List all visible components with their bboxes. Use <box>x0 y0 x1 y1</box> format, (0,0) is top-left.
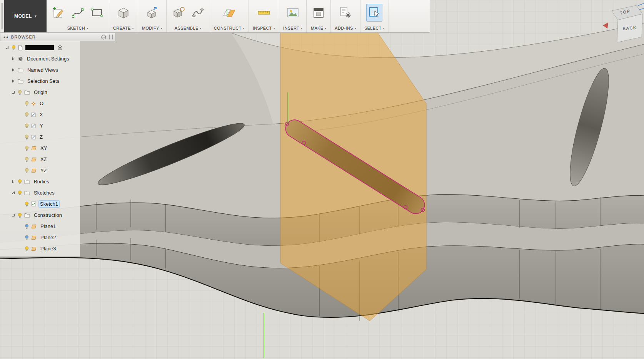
spline-icon <box>71 6 84 19</box>
modify-menu[interactable]: MODIFY▾ <box>142 24 162 32</box>
visibility-bulb-icon[interactable] <box>18 190 22 196</box>
inspect-menu[interactable]: INSPECT▾ <box>253 24 275 32</box>
expand-collapsed-icon[interactable] <box>12 79 15 83</box>
make-menu[interactable]: MAKE▾ <box>311 24 327 32</box>
chevron-down-icon: ▾ <box>161 27 162 30</box>
browser-item-label: Plane2 <box>39 234 57 241</box>
joint-button[interactable] <box>190 4 206 22</box>
browser-panel-header[interactable]: ◄◄ BROWSER <box>0 33 115 41</box>
expand-open-icon[interactable] <box>12 213 15 217</box>
plane-icon <box>31 157 37 162</box>
scripts-addins-icon <box>339 6 352 20</box>
visibility-bulb-icon[interactable] <box>25 224 29 229</box>
workspace-switcher[interactable]: MODEL ▾ <box>4 0 47 32</box>
toolbar-group-make: MAKE▾ <box>307 0 331 32</box>
browser-item-y-axis[interactable]: Y <box>0 120 80 131</box>
browser-item-plane1[interactable]: Plane1 <box>0 221 80 232</box>
scripts-addins-button[interactable] <box>337 4 354 22</box>
main-toolbar: MODEL ▾ SKETCH▾ CREATE▾ MODIFY▾ <box>0 0 430 33</box>
plane-icon <box>31 168 37 173</box>
addins-menu[interactable]: ADD-INS▾ <box>335 24 356 32</box>
visibility-bulb-icon[interactable] <box>25 134 29 140</box>
expand-open-icon[interactable] <box>12 91 15 94</box>
plane-icon <box>31 235 37 240</box>
browser-item-label: Named Views <box>26 67 59 73</box>
assemble-menu[interactable]: ASSEMBLE▾ <box>175 24 202 32</box>
browser-item-label: Plane1 <box>39 223 57 230</box>
toolbar-group-modify: MODIFY▾ <box>138 0 167 32</box>
visibility-bulb-icon[interactable] <box>25 101 29 106</box>
visibility-bulb-icon[interactable] <box>18 90 22 95</box>
new-component-button[interactable] <box>170 4 187 22</box>
sketch-menu[interactable]: SKETCH▾ <box>67 24 88 32</box>
visibility-bulb-icon[interactable] <box>25 123 29 129</box>
browser-item-selection-sets[interactable]: Selection Sets <box>0 75 80 87</box>
collapse-panel-icon[interactable]: ◄◄ <box>3 35 8 39</box>
create-sketch-icon <box>52 6 65 19</box>
visibility-bulb-icon[interactable] <box>25 201 29 207</box>
expand-open-icon[interactable] <box>12 191 15 195</box>
select-cursor-icon <box>368 6 381 19</box>
fusion360-window: TOP BACK MODEL ▾ SKETCH▾ CREATE▾ <box>0 0 644 359</box>
panel-grip[interactable] <box>109 35 113 39</box>
visibility-bulb-icon[interactable] <box>25 157 29 162</box>
spline-button[interactable] <box>70 4 86 22</box>
chevron-down-icon: ▾ <box>243 27 245 30</box>
visibility-bulb-icon[interactable] <box>25 168 29 173</box>
browser-item-z-axis[interactable]: Z <box>0 131 80 143</box>
construct-menu[interactable]: CONSTRUCT▾ <box>214 24 245 32</box>
visibility-bulb-icon[interactable] <box>25 112 29 117</box>
insert-image-button[interactable] <box>285 4 301 22</box>
3d-print-icon <box>312 6 325 20</box>
visibility-bulb-icon[interactable] <box>12 45 16 50</box>
insert-menu[interactable]: INSERT▾ <box>283 24 302 32</box>
browser-item-label: XY <box>39 145 48 151</box>
select-button[interactable] <box>366 4 382 22</box>
visibility-bulb-icon[interactable] <box>25 235 29 240</box>
browser-item-origin-point[interactable]: O <box>0 98 80 109</box>
toolbar-group-assemble: ASSEMBLE▾ <box>167 0 210 32</box>
browser-item-construction[interactable]: Construction <box>0 210 80 221</box>
browser-item-plane2[interactable]: Plane2 <box>0 232 80 243</box>
toolbar-group-addins: ADD-INS▾ <box>331 0 360 32</box>
expand-open-icon[interactable] <box>5 46 9 49</box>
create-menu[interactable]: CREATE▾ <box>113 24 134 32</box>
expand-collapsed-icon[interactable] <box>12 180 15 183</box>
construction-plane-button[interactable] <box>221 4 237 22</box>
viewport-3d[interactable]: TOP BACK <box>0 0 644 359</box>
expand-collapsed-icon[interactable] <box>12 57 15 60</box>
create-sketch-button[interactable] <box>50 4 67 22</box>
visibility-bulb-icon[interactable] <box>18 213 22 218</box>
browser-item-sketches[interactable]: Sketches <box>0 187 80 198</box>
toolbar-grip[interactable] <box>0 0 4 32</box>
expand-collapsed-icon[interactable] <box>12 68 15 72</box>
rectangle-button[interactable] <box>89 4 105 22</box>
browser-minimize-button[interactable] <box>101 35 106 40</box>
visibility-bulb-icon[interactable] <box>25 246 29 252</box>
browser-item-yz-plane[interactable]: YZ <box>0 165 80 176</box>
browser-item-named-views[interactable]: Named Views <box>0 64 80 75</box>
browser-item-origin[interactable]: Origin <box>0 87 80 98</box>
browser-item-sketch1[interactable]: Sketch1 <box>0 198 80 210</box>
browser-item-root-component[interactable] <box>0 42 80 53</box>
browser-item-document-settings[interactable]: Document Settings <box>0 53 80 64</box>
browser-item-x-axis[interactable]: X <box>0 109 80 120</box>
viewcube-back-label[interactable]: BACK <box>622 25 637 31</box>
measure-button[interactable] <box>256 4 272 22</box>
activate-component-radio-icon[interactable] <box>57 45 63 50</box>
browser-item-xz-plane[interactable]: XZ <box>0 154 80 165</box>
new-component-icon <box>172 6 185 20</box>
select-menu[interactable]: SELECT▾ <box>364 24 385 32</box>
browser-item-plane3[interactable]: Plane3 <box>0 243 80 254</box>
browser-item-bodies[interactable]: Bodies <box>0 176 80 187</box>
browser-item-label: Y <box>38 122 44 129</box>
visibility-bulb-icon[interactable] <box>25 146 29 151</box>
axis-icon <box>31 124 36 128</box>
press-pull-button[interactable] <box>144 4 160 22</box>
3d-print-button[interactable] <box>310 4 327 22</box>
visibility-bulb-icon[interactable] <box>18 179 22 185</box>
browser-item-xy-plane[interactable]: XY <box>0 143 80 154</box>
browser-tree: Document Settings Named Views Selection … <box>0 41 80 257</box>
chevron-down-icon: ▾ <box>200 27 202 30</box>
create-box-button[interactable] <box>115 4 132 22</box>
